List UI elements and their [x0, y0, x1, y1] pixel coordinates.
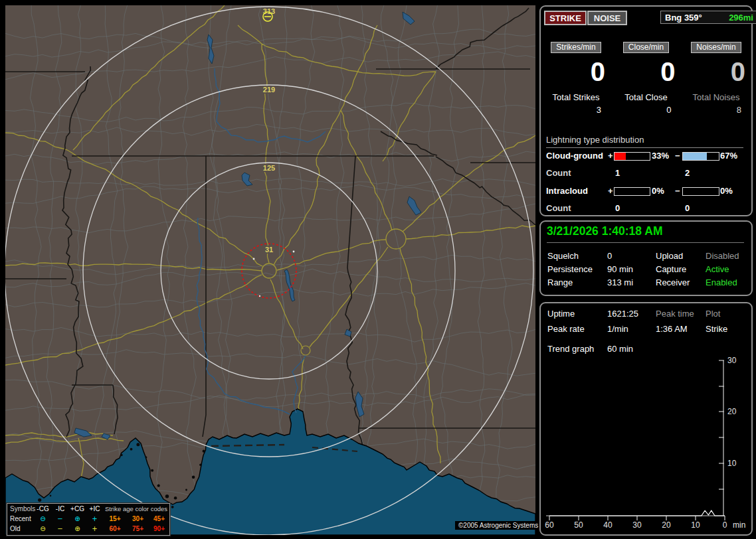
- trend-chart: 30 20 10 60 50 40 30 20 10 0 min: [541, 303, 751, 534]
- ic-positive-count: 0: [615, 203, 620, 213]
- minus-icon: −: [52, 514, 68, 524]
- minus-sign: −: [675, 186, 680, 196]
- datetime-display: 3/21/2026 1:40:18 AM: [547, 224, 744, 243]
- legend-col-poscg: +CG: [68, 504, 86, 514]
- squelch-label: Squelch: [547, 251, 579, 261]
- legend-col-negcg: -CG: [34, 504, 52, 514]
- map-legend: Symbols -CG -IC +CG +IC Strike age color…: [7, 503, 170, 536]
- strike-toggle-button[interactable]: STRIKE: [544, 11, 587, 25]
- upload-label: Upload: [656, 251, 683, 261]
- persistence-value: 90 min: [607, 264, 633, 274]
- strike-trend-line: [549, 510, 725, 516]
- age-45: 45+: [149, 514, 169, 524]
- map-canvas: 313 219 125 31: [5, 5, 535, 535]
- total-strikes-value: 3: [545, 105, 607, 115]
- plus-icon: +: [86, 524, 103, 534]
- legend-col-negic: -IC: [52, 504, 68, 514]
- x-tick-10: 10: [691, 520, 700, 530]
- x-tick-40: 40: [603, 520, 613, 530]
- strikes-column: Strikes/min 0 Total Strikes 3: [545, 42, 607, 115]
- app-window: 313 219 125 31 Symbols -CG -IC +CG: [0, 0, 756, 539]
- cg-negative-bar: [682, 152, 719, 161]
- y-tick-30: 30: [727, 356, 737, 365]
- ic-negative-bar: [682, 187, 719, 196]
- strikes-per-min-label[interactable]: Strikes/min: [551, 42, 601, 53]
- noises-per-min-label[interactable]: Noises/min: [691, 42, 741, 53]
- total-strikes-label: Total Strikes: [545, 92, 607, 102]
- cg-positive-count: 1: [615, 168, 620, 178]
- total-close-label: Total Close: [615, 92, 678, 102]
- ic-negative-count: 0: [685, 203, 690, 213]
- noises-per-min-value: 0: [685, 58, 747, 87]
- close-column: Close/min 0 Total Close 0: [615, 42, 678, 115]
- intracloud-label: Intracloud: [546, 186, 588, 196]
- upload-status: Disabled: [706, 251, 739, 261]
- distribution-title: Lightning type distribution: [546, 135, 743, 148]
- cg-negative-count: 2: [685, 168, 690, 178]
- receiver-status: Enabled: [706, 277, 737, 287]
- minus-icon: −: [52, 524, 68, 534]
- legend-recent-label: Recent: [7, 514, 34, 524]
- capture-label: Capture: [656, 264, 686, 274]
- squelch-value: 0: [607, 251, 612, 261]
- plus-icon: +: [86, 514, 103, 524]
- plus-sign: +: [608, 151, 613, 161]
- age-30: 30+: [127, 514, 149, 524]
- noise-toggle-button[interactable]: NOISE: [587, 11, 627, 25]
- close-per-min-label[interactable]: Close/min: [623, 42, 669, 53]
- y-tick-20: 20: [727, 407, 737, 416]
- range-value: 313 mi: [607, 277, 633, 287]
- legend-old-label: Old: [7, 524, 34, 534]
- range-label: Range: [547, 277, 573, 287]
- x-tick-60: 60: [545, 520, 554, 530]
- svg-text:219: 219: [263, 86, 275, 94]
- bearing-display: Bng 359° 296mi: [660, 11, 756, 24]
- close-per-min-value: 0: [615, 58, 678, 87]
- cg-positive-pct: 33%: [652, 151, 669, 161]
- legend-col-posic: +IC: [86, 504, 103, 514]
- age-90: 90+: [149, 524, 169, 534]
- counters-panel: STRIKE NOISE Bng 359° 296mi Strikes/min …: [539, 5, 753, 216]
- cloud-ground-label: Cloud-ground: [546, 151, 603, 161]
- total-noises-value: 8: [685, 105, 747, 115]
- cg-negative-pct: 67%: [720, 151, 737, 161]
- ic-positive-bar: [614, 187, 650, 196]
- bearing-label: Bng 359°: [665, 13, 702, 23]
- y-tick-10: 10: [727, 459, 737, 468]
- radar-map[interactable]: 313 219 125 31 Symbols -CG -IC +CG: [5, 5, 535, 535]
- circle-minus-icon: ⊖: [34, 524, 52, 534]
- strikes-per-min-value: 0: [545, 58, 607, 87]
- x-tick-30: 30: [632, 520, 642, 530]
- cg-positive-bar: [614, 152, 650, 161]
- svg-text:313: 313: [263, 7, 275, 15]
- age-60: 60+: [103, 524, 127, 534]
- total-close-value: 0: [615, 105, 678, 115]
- svg-text:31: 31: [265, 246, 273, 254]
- total-noises-label: Total Noises: [685, 92, 747, 102]
- legend-symbols-header: Symbols: [7, 504, 34, 514]
- copyright-notice: ©2005 Astrogenic Systems: [455, 521, 541, 530]
- plus-sign: +: [608, 186, 613, 196]
- x-tick-50: 50: [574, 520, 583, 530]
- svg-text:125: 125: [263, 164, 275, 172]
- circle-minus-icon: ⊖: [34, 514, 52, 524]
- circle-plus-icon: ⊕: [68, 514, 86, 524]
- x-tick-0: 0: [723, 520, 727, 530]
- ic-count-label: Count: [546, 203, 571, 213]
- age-15: 15+: [103, 514, 127, 524]
- trend-panel: Uptime 1621:25 Peak time Plot Peak rate …: [539, 302, 753, 536]
- legend-age-header: Strike age color codes: [103, 504, 169, 514]
- bearing-range: 296mi: [729, 13, 753, 23]
- receiver-label: Receiver: [656, 277, 690, 287]
- ic-positive-pct: 0%: [652, 186, 664, 196]
- minus-sign: −: [675, 151, 680, 161]
- capture-status: Active: [706, 264, 729, 274]
- x-unit-label: min: [733, 520, 745, 530]
- noises-column: Noises/min 0 Total Noises 8: [685, 42, 747, 115]
- chart-axes: [546, 360, 725, 520]
- x-tick-20: 20: [662, 520, 671, 530]
- status-panel: 3/21/2026 1:40:18 AM Squelch 0 Upload Di…: [539, 220, 753, 296]
- ic-negative-pct: 0%: [720, 186, 733, 196]
- cg-count-label: Count: [546, 168, 571, 178]
- age-75: 75+: [127, 524, 149, 534]
